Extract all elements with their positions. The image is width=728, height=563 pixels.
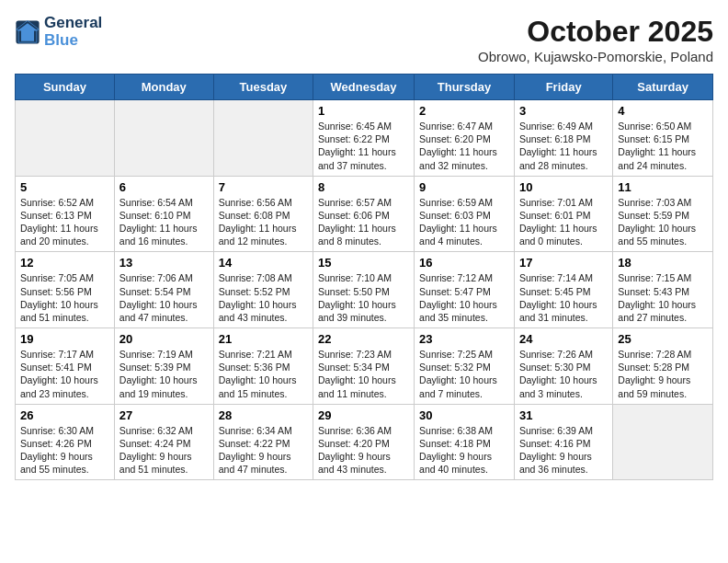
date-number: 12 <box>20 256 109 270</box>
calendar-cell: 2Sunrise: 6:47 AM Sunset: 6:20 PM Daylig… <box>415 100 515 177</box>
title-section: October 2025 Obrowo, Kujawsko-Pomorskie,… <box>478 15 713 64</box>
cell-content: Sunrise: 6:56 AM Sunset: 6:08 PM Dayligh… <box>219 196 308 248</box>
cell-content: Sunrise: 7:10 AM Sunset: 5:50 PM Dayligh… <box>318 271 409 324</box>
cell-content: Sunrise: 6:49 AM Sunset: 6:18 PM Dayligh… <box>519 120 608 172</box>
cell-content: Sunrise: 6:36 AM Sunset: 4:20 PM Dayligh… <box>318 424 409 477</box>
date-number: 27 <box>119 408 209 422</box>
date-number: 23 <box>419 332 509 346</box>
calendar-cell <box>613 404 713 480</box>
date-number: 17 <box>519 256 608 270</box>
calendar-cell: 10Sunrise: 7:01 AM Sunset: 6:01 PM Dayli… <box>514 176 612 252</box>
calendar-cell: 18Sunrise: 7:15 AM Sunset: 5:43 PM Dayli… <box>613 252 713 328</box>
date-number: 13 <box>119 256 209 270</box>
date-number: 3 <box>519 104 608 118</box>
calendar-cell: 30Sunrise: 6:38 AM Sunset: 4:18 PM Dayli… <box>415 404 515 480</box>
logo: General Blue <box>15 15 102 49</box>
month-title: October 2025 <box>478 15 713 49</box>
cell-content: Sunrise: 7:12 AM Sunset: 5:47 PM Dayligh… <box>419 271 509 324</box>
logo-icon <box>15 19 40 45</box>
cell-content: Sunrise: 7:19 AM Sunset: 5:39 PM Dayligh… <box>119 348 209 400</box>
cell-content: Sunrise: 7:05 AM Sunset: 5:56 PM Dayligh… <box>20 271 109 324</box>
week-row-5: 26Sunrise: 6:30 AM Sunset: 4:26 PM Dayli… <box>16 404 713 480</box>
date-number: 1 <box>318 104 409 118</box>
day-header-tuesday: Tuesday <box>213 75 313 100</box>
day-header-wednesday: Wednesday <box>313 75 415 100</box>
calendar-cell: 21Sunrise: 7:21 AM Sunset: 5:36 PM Dayli… <box>213 328 313 405</box>
calendar-cell: 20Sunrise: 7:19 AM Sunset: 5:39 PM Dayli… <box>114 328 213 405</box>
calendar-cell: 24Sunrise: 7:26 AM Sunset: 5:30 PM Dayli… <box>514 328 612 405</box>
day-header-monday: Monday <box>114 75 213 100</box>
calendar-cell: 25Sunrise: 7:28 AM Sunset: 5:28 PM Dayli… <box>613 328 713 405</box>
cell-content: Sunrise: 6:57 AM Sunset: 6:06 PM Dayligh… <box>318 196 409 248</box>
date-number: 16 <box>419 256 509 270</box>
cell-content: Sunrise: 6:32 AM Sunset: 4:24 PM Dayligh… <box>119 424 209 477</box>
date-number: 25 <box>618 332 708 346</box>
cell-content: Sunrise: 7:17 AM Sunset: 5:41 PM Dayligh… <box>20 348 109 400</box>
date-number: 2 <box>419 104 509 118</box>
cell-content: Sunrise: 7:14 AM Sunset: 5:45 PM Dayligh… <box>519 271 608 324</box>
date-number: 31 <box>519 408 608 422</box>
calendar-cell: 27Sunrise: 6:32 AM Sunset: 4:24 PM Dayli… <box>114 404 213 480</box>
calendar-cell: 16Sunrise: 7:12 AM Sunset: 5:47 PM Dayli… <box>415 252 515 328</box>
date-number: 26 <box>20 408 109 422</box>
cell-content: Sunrise: 7:21 AM Sunset: 5:36 PM Dayligh… <box>219 348 308 400</box>
calendar-cell: 9Sunrise: 6:59 AM Sunset: 6:03 PM Daylig… <box>415 176 515 252</box>
calendar-cell: 23Sunrise: 7:25 AM Sunset: 5:32 PM Dayli… <box>415 328 515 405</box>
location-subtitle: Obrowo, Kujawsko-Pomorskie, Poland <box>478 49 713 64</box>
date-number: 14 <box>219 256 308 270</box>
date-number: 22 <box>318 332 409 346</box>
date-number: 5 <box>20 180 109 194</box>
cell-content: Sunrise: 6:39 AM Sunset: 4:16 PM Dayligh… <box>519 424 608 477</box>
calendar-cell: 17Sunrise: 7:14 AM Sunset: 5:45 PM Dayli… <box>514 252 612 328</box>
cell-content: Sunrise: 6:38 AM Sunset: 4:18 PM Dayligh… <box>419 424 509 477</box>
day-header-friday: Friday <box>514 75 612 100</box>
week-row-3: 12Sunrise: 7:05 AM Sunset: 5:56 PM Dayli… <box>16 252 713 328</box>
date-number: 6 <box>119 180 209 194</box>
cell-content: Sunrise: 7:01 AM Sunset: 6:01 PM Dayligh… <box>519 196 608 248</box>
cell-content: Sunrise: 7:28 AM Sunset: 5:28 PM Dayligh… <box>618 348 708 400</box>
date-number: 9 <box>419 180 509 194</box>
calendar-table: SundayMondayTuesdayWednesdayThursdayFrid… <box>15 74 713 480</box>
week-row-1: 1Sunrise: 6:45 AM Sunset: 6:22 PM Daylig… <box>16 100 713 177</box>
cell-content: Sunrise: 6:47 AM Sunset: 6:20 PM Dayligh… <box>419 120 509 172</box>
logo-text-blue: Blue <box>44 32 102 50</box>
cell-content: Sunrise: 7:06 AM Sunset: 5:54 PM Dayligh… <box>119 271 209 324</box>
calendar-cell <box>213 100 313 177</box>
calendar-cell: 29Sunrise: 6:36 AM Sunset: 4:20 PM Dayli… <box>313 404 415 480</box>
date-number: 18 <box>618 256 708 270</box>
calendar-cell: 3Sunrise: 6:49 AM Sunset: 6:18 PM Daylig… <box>514 100 612 177</box>
week-row-4: 19Sunrise: 7:17 AM Sunset: 5:41 PM Dayli… <box>16 328 713 405</box>
calendar-cell: 5Sunrise: 6:52 AM Sunset: 6:13 PM Daylig… <box>16 176 115 252</box>
date-number: 28 <box>219 408 308 422</box>
calendar-cell: 28Sunrise: 6:34 AM Sunset: 4:22 PM Dayli… <box>213 404 313 480</box>
cell-content: Sunrise: 7:25 AM Sunset: 5:32 PM Dayligh… <box>419 348 509 400</box>
calendar-cell: 7Sunrise: 6:56 AM Sunset: 6:08 PM Daylig… <box>213 176 313 252</box>
cell-content: Sunrise: 6:52 AM Sunset: 6:13 PM Dayligh… <box>20 196 109 248</box>
cell-content: Sunrise: 6:45 AM Sunset: 6:22 PM Dayligh… <box>318 120 409 172</box>
date-number: 4 <box>618 104 708 118</box>
date-number: 15 <box>318 256 409 270</box>
calendar-cell: 11Sunrise: 7:03 AM Sunset: 5:59 PM Dayli… <box>613 176 713 252</box>
date-number: 24 <box>519 332 608 346</box>
page-header: General Blue October 2025 Obrowo, Kujaws… <box>15 15 713 64</box>
calendar-cell: 12Sunrise: 7:05 AM Sunset: 5:56 PM Dayli… <box>16 252 115 328</box>
calendar-cell: 19Sunrise: 7:17 AM Sunset: 5:41 PM Dayli… <box>16 328 115 405</box>
day-header-thursday: Thursday <box>415 75 515 100</box>
calendar-cell: 6Sunrise: 6:54 AM Sunset: 6:10 PM Daylig… <box>114 176 213 252</box>
calendar-cell: 15Sunrise: 7:10 AM Sunset: 5:50 PM Dayli… <box>313 252 415 328</box>
date-number: 21 <box>219 332 308 346</box>
date-number: 19 <box>20 332 109 346</box>
calendar-cell: 8Sunrise: 6:57 AM Sunset: 6:06 PM Daylig… <box>313 176 415 252</box>
day-header-row: SundayMondayTuesdayWednesdayThursdayFrid… <box>16 75 713 100</box>
date-number: 10 <box>519 180 608 194</box>
day-header-saturday: Saturday <box>613 75 713 100</box>
logo-text-general: General <box>44 15 102 32</box>
cell-content: Sunrise: 6:30 AM Sunset: 4:26 PM Dayligh… <box>20 424 109 477</box>
cell-content: Sunrise: 7:03 AM Sunset: 5:59 PM Dayligh… <box>618 196 708 248</box>
calendar-cell <box>16 100 115 177</box>
calendar-cell: 1Sunrise: 6:45 AM Sunset: 6:22 PM Daylig… <box>313 100 415 177</box>
cell-content: Sunrise: 6:34 AM Sunset: 4:22 PM Dayligh… <box>219 424 308 477</box>
date-number: 8 <box>318 180 409 194</box>
calendar-cell <box>114 100 213 177</box>
date-number: 7 <box>219 180 308 194</box>
